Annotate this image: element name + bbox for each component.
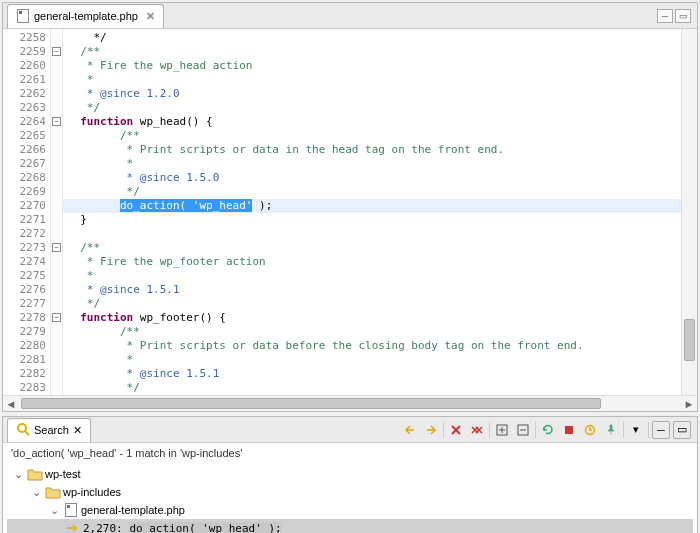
- code-line[interactable]: /**: [63, 325, 681, 339]
- panel-maximize-button[interactable]: ▭: [673, 421, 691, 439]
- folder-icon: [45, 484, 61, 500]
- tree-match-row[interactable]: 2,270: do_action( 'wp_head' );: [7, 519, 693, 533]
- tree-label: wp-test: [45, 468, 80, 480]
- pin-button[interactable]: [602, 421, 620, 439]
- editor-tab[interactable]: general-template.php ✕: [7, 4, 164, 28]
- search-icon: [16, 422, 30, 438]
- close-icon[interactable]: ✕: [146, 10, 155, 23]
- search-results-tree[interactable]: ⌄ wp-test ⌄ wp-includes ⌄ general-templa…: [3, 463, 697, 533]
- scroll-left-icon[interactable]: ◄: [3, 396, 19, 411]
- php-file-icon: [63, 502, 79, 518]
- code-area[interactable]: 2258225922602261226222632264226522662267…: [3, 29, 697, 395]
- fold-toggle-icon[interactable]: −: [52, 243, 61, 252]
- view-menu-button[interactable]: ▾: [627, 421, 645, 439]
- code-line[interactable]: function wp_footer() {: [63, 311, 681, 325]
- fold-column[interactable]: −−−−: [51, 29, 63, 395]
- line-number-gutter: 2258225922602261226222632264226522662267…: [3, 29, 51, 395]
- twisty-down-icon[interactable]: ⌄: [29, 486, 43, 499]
- editor-panel: general-template.php ✕ ─ ▭ 2258225922602…: [2, 2, 698, 412]
- search-panel: Search ✕ ▾ ─ ▭ 'do_action( 'wp_head' - 1…: [2, 416, 698, 533]
- code-line[interactable]: }: [63, 213, 681, 227]
- code-line[interactable]: /**: [63, 45, 681, 59]
- match-arrow-icon: [65, 520, 81, 533]
- minimize-button[interactable]: ─: [657, 9, 673, 23]
- fold-toggle-icon[interactable]: −: [52, 313, 61, 322]
- code-line[interactable]: /**: [63, 241, 681, 255]
- scrollbar-thumb[interactable]: [684, 319, 695, 361]
- svg-rect-18: [67, 505, 70, 508]
- editor-tab-bar: general-template.php ✕ ─ ▭: [3, 3, 697, 29]
- code-line[interactable]: * Print scripts or data in the head tag …: [63, 143, 681, 157]
- code-line[interactable]: * @since 1.5.1: [63, 283, 681, 297]
- code-line[interactable]: function wp_head() {: [63, 115, 681, 129]
- fold-toggle-icon[interactable]: −: [52, 47, 61, 56]
- code-line[interactable]: * Print scripts or data before the closi…: [63, 339, 681, 353]
- code-line[interactable]: /**: [63, 129, 681, 143]
- code-line[interactable]: */: [63, 185, 681, 199]
- search-tab[interactable]: Search ✕: [7, 418, 91, 442]
- next-match-button[interactable]: [422, 421, 440, 439]
- code-line[interactable]: * @since 1.2.0: [63, 87, 681, 101]
- svg-rect-15: [565, 426, 573, 434]
- close-icon[interactable]: ✕: [73, 424, 82, 437]
- svg-line-3: [25, 431, 29, 435]
- scroll-right-icon[interactable]: ►: [681, 396, 697, 411]
- code-line[interactable]: *: [63, 269, 681, 283]
- code-line[interactable]: do_action( 'wp_head' );: [63, 199, 681, 213]
- code-line[interactable]: * @since 1.5.1: [63, 367, 681, 381]
- maximize-button[interactable]: ▭: [675, 9, 691, 23]
- scrollbar-thumb[interactable]: [21, 398, 601, 409]
- code-line[interactable]: */: [63, 297, 681, 311]
- code-line[interactable]: *: [63, 353, 681, 367]
- collapse-all-button[interactable]: [514, 421, 532, 439]
- remove-match-button[interactable]: [447, 421, 465, 439]
- search-tab-label: Search: [34, 424, 69, 436]
- tree-file-row[interactable]: ⌄ general-template.php: [7, 501, 693, 519]
- tree-project-row[interactable]: ⌄ wp-test: [7, 465, 693, 483]
- twisty-down-icon[interactable]: ⌄: [11, 468, 25, 481]
- code-line[interactable]: [63, 227, 681, 241]
- prev-match-button[interactable]: [401, 421, 419, 439]
- code-line[interactable]: *: [63, 73, 681, 87]
- stop-button[interactable]: [560, 421, 578, 439]
- horizontal-scrollbar[interactable]: ◄ ►: [3, 395, 697, 411]
- search-summary: 'do_action( 'wp_head' - 1 match in 'wp-i…: [3, 443, 697, 463]
- code-line[interactable]: */: [63, 381, 681, 395]
- search-toolbar: ▾ ─ ▭: [401, 421, 697, 439]
- history-button[interactable]: [581, 421, 599, 439]
- vertical-scrollbar[interactable]: [681, 29, 697, 395]
- search-tab-bar: Search ✕ ▾ ─ ▭: [3, 417, 697, 443]
- fold-toggle-icon[interactable]: −: [52, 117, 61, 126]
- code-line[interactable]: *: [63, 157, 681, 171]
- tree-folder-row[interactable]: ⌄ wp-includes: [7, 483, 693, 501]
- twisty-down-icon[interactable]: ⌄: [47, 504, 61, 517]
- project-folder-icon: [27, 466, 43, 482]
- svg-rect-1: [19, 11, 22, 14]
- tree-label: general-template.php: [81, 504, 185, 516]
- rerun-button[interactable]: [539, 421, 557, 439]
- panel-minimize-button[interactable]: ─: [652, 421, 670, 439]
- remove-all-button[interactable]: [468, 421, 486, 439]
- code-line[interactable]: * Fire the wp_footer action: [63, 255, 681, 269]
- svg-point-2: [18, 424, 26, 432]
- window-controls: ─ ▭: [657, 9, 697, 23]
- expand-all-button[interactable]: [493, 421, 511, 439]
- code-line[interactable]: */: [63, 31, 681, 45]
- tree-label: wp-includes: [63, 486, 121, 498]
- code-lines[interactable]: */ /** * Fire the wp_head action * * @si…: [63, 29, 681, 395]
- code-line[interactable]: */: [63, 101, 681, 115]
- php-file-icon: [16, 9, 30, 23]
- code-line[interactable]: * @since 1.5.0: [63, 171, 681, 185]
- code-line[interactable]: * Fire the wp_head action: [63, 59, 681, 73]
- match-text: 2,270: do_action( 'wp_head' );: [83, 522, 282, 534]
- editor-tab-label: general-template.php: [34, 10, 138, 22]
